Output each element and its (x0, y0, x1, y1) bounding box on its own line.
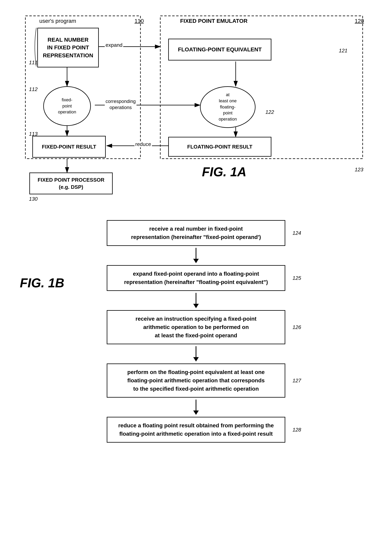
users-program-label: user's program (39, 18, 76, 24)
users-program-ref: 110 (135, 18, 144, 24)
fixed-point-emulator-label: FIXED POINT EMULATOR (180, 18, 247, 24)
real-number-box: REAL NUMBER IN FIXED POINT REPRESENTATIO… (37, 28, 99, 67)
flow-box-4: perform on the floating-point equivalent… (107, 363, 285, 398)
ref-126: 126 (293, 324, 301, 330)
fig1a-title: FIG. 1A (202, 165, 246, 179)
ref-113: 113 (29, 131, 37, 137)
expand-label: expand (105, 42, 123, 48)
flow-box-1: receive a real number in fixed-point rep… (107, 220, 285, 246)
ref-130: 130 (29, 196, 37, 202)
ref-128: 128 (293, 427, 301, 433)
floating-point-result-box: FLOATING-POINT RESULT (168, 137, 271, 157)
ref-112: 112 (29, 86, 37, 93)
fixed-point-operation-circle: fixed- point operation (43, 86, 91, 126)
floating-point-operation-circle: at least one floating- point operation (200, 86, 256, 128)
reduce-label: reduce (135, 141, 152, 147)
ref-124: 124 (293, 230, 301, 236)
floating-point-equiv-box: FLOATING-POINT EQUIVALENT (168, 39, 271, 60)
ref-122: 122 (266, 109, 274, 115)
corresponding-ops-label: corresponding operations (105, 98, 136, 111)
ref-125: 125 (293, 275, 301, 281)
ref-127: 127 (293, 378, 301, 384)
flow-box-2: expand fixed-point operand into a floati… (107, 265, 285, 291)
flow-box-5: reduce a floating point result obtained … (107, 417, 285, 443)
fixed-point-emulator-ref: 120 (355, 18, 364, 24)
fig1a-ref: 123 (355, 167, 363, 173)
ref-111: 111 (29, 60, 37, 66)
ref-121: 121 (339, 48, 347, 54)
fixed-point-processor-box: FIXED POINT PROCESSOR (e.g. DSP) (29, 172, 113, 194)
flow-box-3: receive an instruction specifying a fixe… (107, 310, 285, 344)
fixed-point-result-box: FIXED-POINT RESULT (32, 136, 106, 158)
